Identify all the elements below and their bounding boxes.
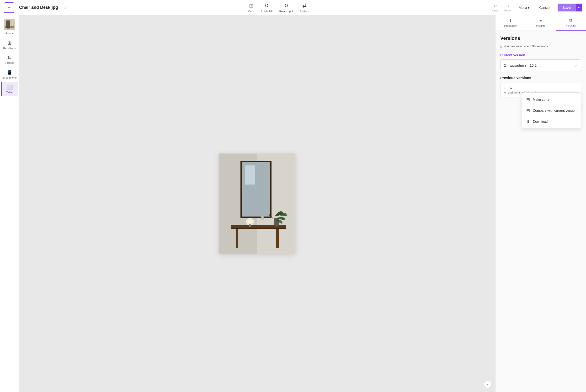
desktop-icon: 🖥 xyxy=(7,55,12,60)
context-menu-download[interactable]: ⬇ Download xyxy=(522,116,581,127)
versions-info-text: You can view recent 30 versions. xyxy=(504,44,549,48)
redo-button[interactable]: ↪ Redo xyxy=(502,2,512,13)
versions-info: ℹ You can view recent 30 versions. xyxy=(500,44,581,48)
tab-insights[interactable]: ✦ Insights xyxy=(526,15,556,30)
main-image xyxy=(219,154,296,254)
more-label: More xyxy=(519,6,527,10)
information-label: Information xyxy=(504,24,517,27)
sidebar-desktop-label: Desktop xyxy=(4,61,14,64)
save-label: Save xyxy=(562,6,571,10)
sidebar-renditions-label: Renditions xyxy=(3,47,16,50)
insights-icon: ✦ xyxy=(539,18,542,24)
compare-icon: ⊟ xyxy=(526,108,530,113)
download-label: Download xyxy=(533,120,548,124)
current-version-num: 2 xyxy=(504,63,506,67)
collapse-panel-button[interactable]: » xyxy=(484,380,492,388)
sidebar-item-smartphone[interactable]: 📱 Smartphone xyxy=(1,67,18,82)
left-sidebar: Source ⊞ Renditions 🖥 Desktop 📱 Smartpho… xyxy=(0,15,19,392)
sidebar-item-tablet[interactable]: ⬜ Tablet xyxy=(1,82,18,96)
undo-redo-group: ↩ Undo ↪ Redo xyxy=(490,2,512,13)
tab-information[interactable]: ℹ Information xyxy=(496,15,526,30)
toolbar: ← Chair and Desk.jpg ☆ ⊡ Crop ↺ Rotate l… xyxy=(0,0,586,15)
crop-icon: ⊡ xyxy=(249,3,253,9)
source-thumbnail xyxy=(4,18,15,30)
current-version-user: wpsadmin xyxy=(510,63,526,67)
save-button[interactable]: Save xyxy=(558,4,576,12)
make-current-label: Make current xyxy=(533,98,552,102)
svg-rect-3 xyxy=(5,26,14,28)
prev-version-num: 1 xyxy=(504,86,506,90)
toolbar-tools: ⊡ Crop ↺ Rotate left ↻ Rotate right ⇄ Re… xyxy=(248,3,309,13)
versions-label: Versions xyxy=(566,24,576,27)
favorite-icon[interactable]: ☆ xyxy=(63,5,67,10)
undo-label: Undo xyxy=(492,9,498,12)
sidebar-item-desktop[interactable]: 🖥 Desktop xyxy=(1,52,18,66)
current-version-label: Current version xyxy=(500,53,581,57)
right-panel: ℹ Information ✦ Insights ⧉ Versions Vers… xyxy=(495,15,586,392)
svg-rect-24 xyxy=(262,216,262,218)
rotate-left-icon: ↺ xyxy=(264,3,269,9)
panel-content: Versions ℹ You can view recent 30 versio… xyxy=(496,31,586,392)
cancel-label: Cancel xyxy=(539,6,550,10)
replace-icon: ⇄ xyxy=(302,3,306,9)
prev-version-top: 1 w xyxy=(504,86,578,90)
file-title: Chair and Desk.jpg xyxy=(19,5,58,10)
canvas-area: » xyxy=(19,15,495,392)
download-icon: ⬇ xyxy=(526,119,530,124)
svg-point-21 xyxy=(248,220,252,224)
replace-label: Replace xyxy=(300,10,309,13)
versions-icon: ⧉ xyxy=(569,18,572,23)
context-menu: ⊞ Make current ⊟ Compare with current ve… xyxy=(522,92,581,129)
rotate-right-label: Rotate right xyxy=(280,10,293,13)
current-version-chevron: ⌄ xyxy=(574,62,578,68)
insights-label: Insights xyxy=(536,24,546,27)
sidebar-item-renditions[interactable]: ⊞ Renditions xyxy=(1,38,18,52)
crop-label: Crop xyxy=(248,10,254,13)
versions-info-icon: ℹ xyxy=(500,44,502,48)
context-menu-compare[interactable]: ⊟ Compare with current version xyxy=(522,105,581,116)
prev-version-row[interactable]: 1 w A rendition's initial version. ⊞ Mak… xyxy=(500,82,581,98)
save-dropdown-icon: ▾ xyxy=(578,6,580,9)
back-button[interactable]: ← xyxy=(4,2,14,13)
rotate-right-icon: ↻ xyxy=(284,3,288,9)
smartphone-icon: 📱 xyxy=(6,70,12,75)
undo-button[interactable]: ↩ Undo xyxy=(490,2,500,13)
replace-tool[interactable]: ⇄ Replace xyxy=(300,3,309,13)
information-icon: ℹ xyxy=(510,18,512,24)
renditions-icon: ⊞ xyxy=(8,40,12,46)
prev-version-user: w xyxy=(510,86,512,90)
crop-tool[interactable]: ⊡ Crop xyxy=(248,3,254,13)
redo-label: Redo xyxy=(504,9,510,12)
versions-title: Versions xyxy=(500,36,581,41)
svg-rect-20 xyxy=(249,224,251,226)
more-chevron-icon: ▾ xyxy=(528,6,530,10)
cancel-button[interactable]: Cancel xyxy=(536,4,554,11)
sidebar-item-source[interactable]: Source xyxy=(1,17,18,37)
more-button[interactable]: More ▾ xyxy=(516,4,532,11)
context-menu-make-current[interactable]: ⊞ Make current xyxy=(522,94,581,105)
rotate-left-label: Rotate left xyxy=(261,10,273,13)
rotate-right-tool[interactable]: ↻ Rotate right xyxy=(280,3,293,13)
current-version-dropdown[interactable]: 2 wpsadmin 16.2 ... ⌄ xyxy=(500,60,581,71)
save-dropdown-button[interactable]: ▾ xyxy=(576,4,582,12)
svg-rect-22 xyxy=(274,218,279,226)
current-version-date: 16.2 ... xyxy=(530,63,541,67)
tab-versions[interactable]: ⧉ Versions xyxy=(556,15,586,30)
tablet-icon: ⬜ xyxy=(7,84,13,90)
make-current-icon: ⊞ xyxy=(526,97,530,102)
panel-tabs: ℹ Information ✦ Insights ⧉ Versions xyxy=(496,15,586,31)
redo-icon: ↪ xyxy=(506,3,509,8)
version-dropdown-left: 2 wpsadmin 16.2 ... xyxy=(504,63,541,67)
prev-versions-label: Previous versions xyxy=(500,76,581,80)
compare-label: Compare with current version xyxy=(533,108,576,112)
svg-rect-16 xyxy=(236,229,238,248)
svg-rect-17 xyxy=(276,229,279,248)
svg-rect-25 xyxy=(263,216,264,218)
rotate-left-tool[interactable]: ↺ Rotate left xyxy=(261,3,273,13)
sidebar-source-label: Source xyxy=(5,32,14,35)
back-icon: ← xyxy=(7,5,11,10)
svg-rect-15 xyxy=(231,228,286,229)
undo-icon: ↩ xyxy=(494,3,497,8)
main-area: Source ⊞ Renditions 🖥 Desktop 📱 Smartpho… xyxy=(0,15,586,392)
sidebar-tablet-label: Tablet xyxy=(6,91,13,94)
